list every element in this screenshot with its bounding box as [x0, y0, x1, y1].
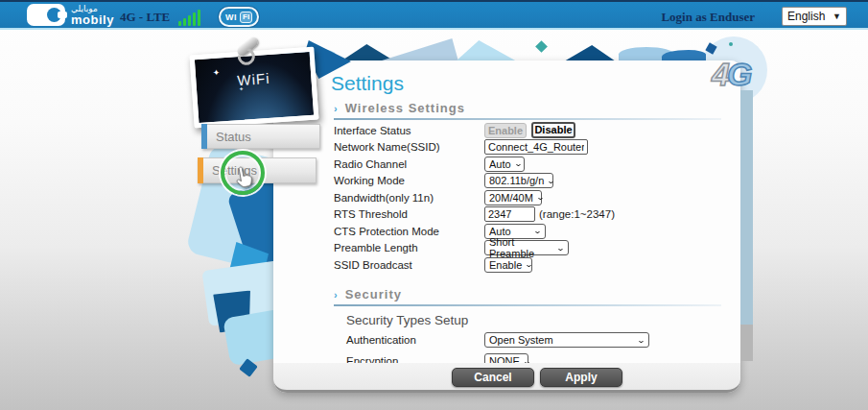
sidebar-item-status[interactable]: Status	[201, 124, 320, 149]
enable-button[interactable]: Enable	[484, 123, 527, 138]
form-row-encryption: Encryption NONE ⌄	[346, 353, 528, 363]
section-divider	[334, 304, 721, 306]
ssid-input[interactable]	[484, 139, 588, 155]
encryption-select[interactable]: NONE ⌄	[484, 353, 528, 363]
bandwidth-select[interactable]: 20M/40M ⌄	[484, 190, 542, 205]
field-label: Interface Status	[334, 125, 484, 136]
form-row-interface-status: Interface Status Enable Disable	[334, 122, 727, 139]
decor-mountain	[340, 44, 395, 61]
mobily-logo-icon	[27, 4, 65, 26]
field-label: SSID Broadcast	[334, 259, 484, 271]
decor-mountain	[564, 45, 616, 61]
chevron-down-icon: ⌄	[556, 244, 565, 253]
form-row-radio-channel: Radio Channel Auto ⌄	[334, 156, 727, 173]
sparkle-icon: ✦	[239, 85, 245, 92]
form-row-authentication: Authentication Open System ⌄	[346, 332, 649, 348]
ssid-broadcast-select[interactable]: Enable ⌄	[484, 257, 532, 273]
chevron-right-icon: ›	[334, 289, 338, 301]
header-bar: موبايلي mobily 4G - LTE WI FI Login as E…	[0, 0, 868, 30]
sidebar-item-label: Status	[216, 130, 251, 144]
status-accent-stripe	[201, 124, 207, 149]
section-divider	[334, 118, 721, 120]
login-as-label: Login as Enduser	[661, 10, 755, 25]
security-types-subheading: Security Types Setup	[346, 313, 468, 327]
mobily-logo[interactable]: موبايلي mobily	[27, 4, 114, 26]
4g-watermark: 4G	[712, 56, 749, 93]
brand-latin: mobily	[71, 13, 114, 26]
network-type-label: 4G - LTE	[120, 10, 170, 25]
authentication-select[interactable]: Open System ⌄	[484, 332, 649, 348]
sparkle-icon: ✦	[212, 67, 220, 78]
decor-confetti	[729, 42, 733, 46]
field-label: Bandwidth(only 11n)	[334, 192, 484, 204]
chevron-down-icon: ⌄	[525, 260, 533, 269]
chevron-down-icon: ⌄	[547, 177, 555, 185]
apply-button[interactable]: Apply	[540, 368, 622, 387]
page-title: Settings	[331, 72, 404, 95]
chevron-down-icon: ▼	[833, 12, 841, 21]
language-select[interactable]: English ▼	[782, 7, 847, 26]
field-label: Network Name(SSID)	[334, 141, 484, 153]
wireless-form: Interface Status Enable Disable Network …	[334, 122, 727, 274]
field-label: Authentication	[346, 334, 484, 346]
field-label: Preamble Length	[334, 242, 484, 253]
settings-panel: Settings › Wireless Settings Interface S…	[273, 60, 740, 393]
scrollbar-track[interactable]	[740, 90, 753, 326]
chevron-down-icon: ⌄	[533, 227, 542, 235]
field-label: CTS Protection Mode	[334, 226, 484, 237]
preamble-length-select[interactable]: Short Preamble ⌄	[484, 240, 569, 255]
settings-panel-content: Settings › Wireless Settings Interface S…	[273, 60, 740, 363]
decor-mountain	[379, 38, 458, 61]
field-label: Radio Channel	[334, 158, 484, 170]
wireless-settings-heading: › Wireless Settings	[334, 101, 465, 115]
form-row-bandwidth: Bandwidth(only 11n) 20M/40M ⌄	[334, 189, 727, 206]
field-label: Encryption	[346, 355, 484, 363]
form-row-ssid: Network Name(SSID)	[334, 139, 727, 157]
chevron-down-icon: ⌄	[513, 159, 522, 168]
rts-threshold-input[interactable]	[484, 206, 535, 222]
working-mode-select[interactable]: 802.11b/g/n ⌄	[484, 173, 553, 188]
language-selected: English	[787, 10, 825, 23]
chevron-right-icon: ›	[334, 103, 338, 114]
cancel-button[interactable]: Cancel	[452, 368, 534, 387]
panel-footer: Cancel Apply	[273, 363, 740, 393]
wifi-status-icon: WI FI	[219, 7, 259, 27]
chevron-down-icon: ⌄	[536, 193, 545, 202]
hand-cursor-icon	[233, 165, 256, 190]
signal-strength-icon	[178, 10, 205, 26]
radio-channel-select[interactable]: Auto ⌄	[484, 157, 525, 172]
security-heading: › Security	[334, 287, 402, 301]
decor-diamond	[535, 40, 548, 53]
form-row-working-mode: Working Mode 802.11b/g/n ⌄	[334, 173, 727, 190]
settings-accent-stripe	[198, 157, 203, 183]
field-label: Working Mode	[334, 175, 484, 186]
field-label: RTS Threshold	[334, 208, 484, 220]
form-row-rts-threshold: RTS Threshold (range:1~2347)	[334, 206, 727, 224]
scrollbar-thumb[interactable]	[740, 325, 753, 361]
chevron-down-icon: ⌄	[637, 336, 645, 345]
disable-button[interactable]: Disable	[531, 122, 575, 138]
rts-range-note: (range:1~2347)	[539, 208, 615, 220]
form-row-preamble: Preamble Length Short Preamble ⌄	[334, 240, 727, 257]
decor-mountain	[456, 40, 517, 61]
form-row-ssid-broadcast: SSID Broadcast Enable ⌄	[334, 256, 727, 274]
